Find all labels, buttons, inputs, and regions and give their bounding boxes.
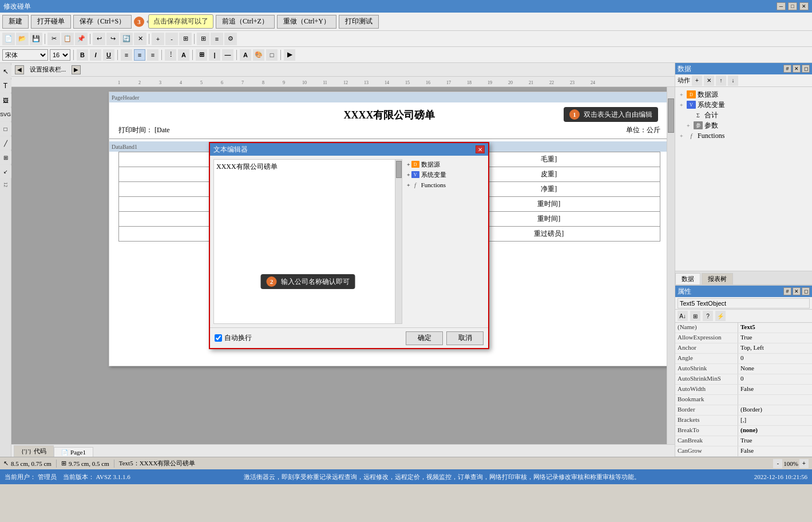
open-button[interactable]: 打开碰单 xyxy=(31,15,71,29)
align-btn[interactable]: ≡ xyxy=(211,33,223,45)
align-center-btn[interactable]: ≡ xyxy=(134,49,145,61)
tree-sum[interactable]: Σ 合计 xyxy=(678,110,810,120)
prop-bookmark[interactable]: Bookmark xyxy=(675,395,812,405)
prop-autoshrink[interactable]: AutoShrink None xyxy=(675,364,812,374)
dialog-text-area[interactable]: XXXX有限公司磅单 2 输入公司名称确认即可 xyxy=(213,159,402,324)
underline-btn[interactable]: U xyxy=(103,49,114,61)
delete-btn[interactable]: ✕ xyxy=(134,33,146,45)
text-editor-dialog[interactable]: 文本编辑器 ✕ XXXX有限公司磅单 2 输入公司名称确认即可 xyxy=(209,142,489,349)
tab-page1[interactable]: 📄 Page1 xyxy=(54,447,93,457)
collapse-panel-btn[interactable]: ◀ xyxy=(15,65,24,74)
svg-tool[interactable]: SVG xyxy=(0,108,12,121)
props-close[interactable]: ✕ xyxy=(793,287,801,295)
dialog-tree-datasource[interactable]: + D 数据源 xyxy=(406,159,485,169)
prop-name[interactable]: (Name) Text5 xyxy=(675,323,812,333)
minimize-button[interactable]: ─ xyxy=(777,2,786,10)
data-panel-float[interactable]: ◻ xyxy=(802,65,810,73)
props-selector[interactable] xyxy=(678,298,810,309)
zoom-out-status[interactable]: - xyxy=(773,459,782,468)
select-tool[interactable]: ↖ xyxy=(0,65,12,78)
insert-table-btn[interactable]: ⊞ xyxy=(196,49,207,61)
zoom-in-status[interactable]: + xyxy=(799,459,809,468)
zoom-out-btn[interactable]: - xyxy=(165,33,178,45)
dialog-ok-button[interactable]: 确定 xyxy=(406,331,443,345)
settings-btn[interactable]: ⚙ xyxy=(224,33,237,45)
tab-data[interactable]: 数据 xyxy=(675,273,700,284)
dialog-tree-sysvars[interactable]: + V 系统变量 xyxy=(406,169,485,180)
close-button[interactable]: ✕ xyxy=(799,2,809,10)
bg-color-btn[interactable]: 🎨 xyxy=(253,49,264,61)
props-event[interactable]: ⚡ xyxy=(715,311,726,321)
size-select[interactable]: 16 xyxy=(50,49,70,61)
add-data-btn[interactable]: + xyxy=(692,76,702,86)
zoom-in-btn[interactable]: + xyxy=(152,33,164,45)
preview-button[interactable]: 前追（Ctrl+Z） xyxy=(216,15,275,29)
props-alpha-sort[interactable]: A↓ xyxy=(678,311,688,321)
dialog-cancel-button[interactable]: 取消 xyxy=(446,331,484,345)
refresh-btn[interactable]: 🔄 xyxy=(120,33,133,45)
dialog-scrollbar[interactable] xyxy=(395,160,402,323)
grid-btn[interactable]: ⊞ xyxy=(197,33,209,45)
insert-col-btn[interactable]: | xyxy=(209,49,220,61)
prop-autowidth[interactable]: AutoWidth False xyxy=(675,385,812,395)
maximize-button[interactable]: □ xyxy=(788,2,797,10)
expand-panel-btn[interactable]: ▶ xyxy=(72,65,81,74)
prop-brackets[interactable]: Brackets [,] xyxy=(675,416,812,426)
dialog-content[interactable]: XXXX有限公司磅单 xyxy=(214,160,402,174)
tree-functions[interactable]: + f Functions xyxy=(678,130,810,141)
border-color-btn[interactable]: □ xyxy=(266,49,278,61)
fit-btn[interactable]: ⊞ xyxy=(179,33,192,45)
font-color-btn[interactable]: A xyxy=(240,49,251,61)
prop-cangrow[interactable]: CanGrow False xyxy=(675,446,812,457)
copy-btn[interactable]: 📋 xyxy=(61,33,74,45)
text-tool[interactable]: T xyxy=(0,80,12,92)
tree-sysvars[interactable]: + V 系统变量 xyxy=(678,100,810,110)
vertical-scrollbar[interactable] xyxy=(667,87,675,444)
shape-tool[interactable]: □ xyxy=(0,122,12,135)
prop-breakto[interactable]: BreakTo (none) xyxy=(675,426,812,436)
bold-btn[interactable]: B xyxy=(77,49,88,61)
paste-btn[interactable]: 📌 xyxy=(75,33,88,45)
data-panel-close[interactable]: ✕ xyxy=(793,65,801,73)
props-pin[interactable]: # xyxy=(783,287,791,295)
dialog-tree-functions[interactable]: + f Functions xyxy=(406,180,485,190)
redo-icon-btn[interactable]: ↪ xyxy=(106,33,119,45)
redo-button[interactable]: 重做（Ctrl+Y） xyxy=(277,15,336,29)
move-up-btn[interactable]: ↑ xyxy=(716,76,726,86)
prop-autoshrinkmin[interactable]: AutoShrinkMinS 0 xyxy=(675,374,812,385)
italic-btn[interactable]: I xyxy=(90,49,101,61)
align-right-btn[interactable]: ≡ xyxy=(147,49,159,61)
props-help[interactable]: ? xyxy=(703,311,713,321)
image-tool[interactable]: 🖼 xyxy=(0,94,12,106)
auto-wrap-checkbox[interactable] xyxy=(215,334,222,342)
font-select[interactable]: 宋体 xyxy=(2,49,48,61)
cut-btn[interactable]: ✂ xyxy=(47,33,60,45)
align-left-btn[interactable]: ≡ xyxy=(121,49,132,61)
new-button[interactable]: 新建 xyxy=(2,15,29,29)
line-tool[interactable]: ╱ xyxy=(0,137,12,149)
data-panel-pin[interactable]: # xyxy=(783,65,791,73)
tree-params[interactable]: + 参 参数 xyxy=(678,120,810,130)
prop-anchor[interactable]: Anchor Top, Left xyxy=(675,343,812,354)
tab-report-tree[interactable]: 报表树 xyxy=(702,273,733,284)
style-btn[interactable]: A xyxy=(178,49,189,61)
scrollbar-thumb[interactable] xyxy=(668,98,674,133)
undo-btn[interactable]: ↩ xyxy=(93,33,105,45)
tab-code[interactable]: {'}'} 代码 xyxy=(14,445,54,457)
dialog-close-button[interactable]: ✕ xyxy=(476,145,485,153)
table-tool[interactable]: ⊞ xyxy=(0,151,12,164)
prop-allowexpr[interactable]: AllowExpression True xyxy=(675,333,812,343)
insert-row-btn[interactable]: — xyxy=(222,49,233,61)
more-btn[interactable]: ▶ xyxy=(284,49,295,61)
props-float[interactable]: ◻ xyxy=(802,287,810,295)
save-button[interactable]: 保存（Ctrl+S） xyxy=(73,15,132,29)
print-test-button[interactable]: 打印测试 xyxy=(339,15,379,29)
prop-border[interactable]: Border (Border) xyxy=(675,405,812,416)
tree-datasource[interactable]: + D 数据源 xyxy=(678,89,810,100)
more-format-btn[interactable]: ⋮ xyxy=(165,49,176,61)
dialog-scroll-thumb[interactable] xyxy=(396,161,402,178)
save-icon-btn[interactable]: 💾 xyxy=(30,33,42,45)
props-cat-sort[interactable]: ⊞ xyxy=(690,311,700,321)
subreport-tool[interactable]: ↙ xyxy=(0,165,12,178)
prop-canbreak[interactable]: CanBreak True xyxy=(675,436,812,446)
